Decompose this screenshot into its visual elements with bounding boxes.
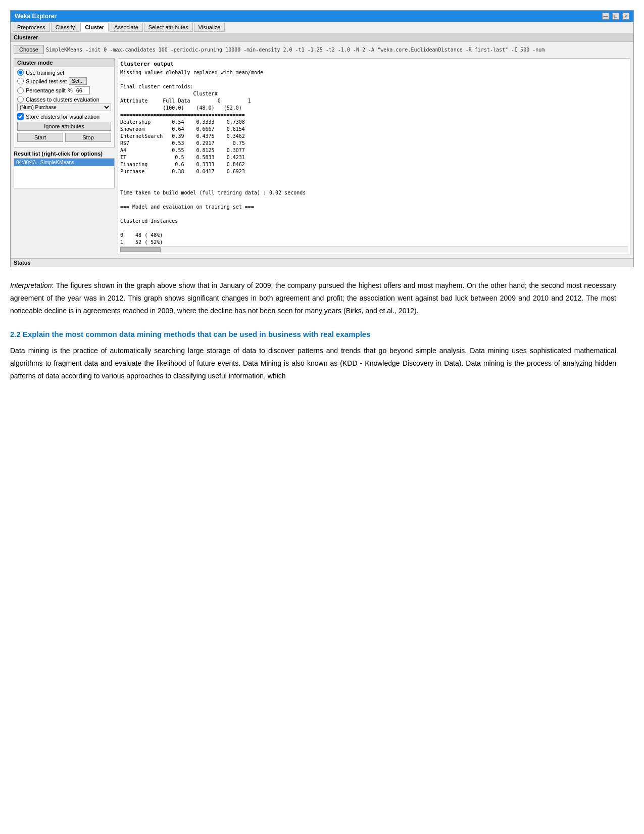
store-clusters-label: Store clusters for visualization [26,114,100,120]
result-list-section: Result list (right-click for options) 04… [14,151,115,188]
supplied-test-row: Supplied test set Set... [17,77,111,85]
interpretation-label: Interpretation [10,281,52,289]
weka-title: Weka Explorer [15,13,57,20]
document-content: Interpretation: The figures shown in the… [10,279,616,383]
section-clusterer: Clusterer [11,33,633,42]
percentage-split-label: Percentage split [26,87,66,93]
weka-body: Choose SimpleKMeans -init 0 -max-candida… [11,42,633,258]
clusterer-output-content: Missing values globally replaced with me… [120,69,628,246]
result-list: 04:30:43 - SimpleKMeans [14,158,115,188]
store-clusters-checkbox[interactable] [17,113,24,120]
percentage-split-row: Percentage split % [17,86,111,94]
section-heading: 2.2 Explain the most common data mining … [10,328,616,341]
main-panels: Cluster mode Use training set Supplied t… [14,58,630,255]
classes-to-clusters-radio[interactable] [17,96,24,103]
interpretation-paragraph: Interpretation: The figures shown in the… [10,279,616,318]
start-button[interactable]: Start [17,133,63,142]
classes-to-clusters-row: Classes to clusters evaluation [17,96,111,103]
use-training-row: Use training set [17,69,111,76]
window-controls: — □ × [602,13,629,20]
weka-explorer-window: Weka Explorer — □ × Preprocess Classify … [10,10,634,267]
maximize-button[interactable]: □ [612,13,619,20]
cluster-mode-content: Use training set Supplied test set Set..… [14,67,114,147]
tab-cluster[interactable]: Cluster [80,23,109,32]
clusterer-output-title: Clusterer output [120,61,628,67]
choose-command: SimpleKMeans -init 0 -max-candidates 100… [46,47,544,53]
status-bar: Status [11,258,633,267]
supplied-test-label: Supplied test set [26,78,67,84]
interpretation-text: : The figures shown in the graph above s… [10,281,616,315]
data-mining-paragraph: Data mining is the practice of automatic… [10,345,616,383]
supplied-test-radio[interactable] [17,78,24,84]
result-list-label: Result list (right-click for options) [14,151,115,157]
percentage-input[interactable] [75,86,90,94]
tab-associate[interactable]: Associate [110,23,143,32]
result-list-item[interactable]: 04:30:43 - SimpleKMeans [14,159,114,166]
percentage-split-radio[interactable] [17,87,24,94]
close-button[interactable]: × [622,13,629,20]
tab-visualize[interactable]: Visualize [194,23,225,32]
stop-button[interactable]: Stop [65,133,111,142]
use-training-label: Use training set [26,70,64,76]
pct-symbol: % [68,87,73,93]
choose-row: Choose SimpleKMeans -init 0 -max-candida… [14,45,630,54]
tab-preprocess[interactable]: Preprocess [13,23,50,32]
choose-button[interactable]: Choose [14,45,44,54]
supplied-test-set-button[interactable]: Set... [69,77,86,85]
left-panel: Cluster mode Use training set Supplied t… [14,58,115,255]
start-stop-row: Start Stop [17,133,111,142]
right-panel: Clusterer output Missing values globally… [118,58,630,255]
ignore-attributes-button[interactable]: Ignore attributes [17,122,111,131]
weka-titlebar: Weka Explorer — □ × [11,11,633,22]
cluster-mode-title: Cluster mode [14,59,114,67]
store-clusters-row: Store clusters for visualization [17,113,111,120]
minimize-button[interactable]: — [602,13,609,20]
num-purchase-select[interactable]: (Num) Purchase [17,104,111,111]
tab-classify[interactable]: Classify [51,23,80,32]
output-scrollbar[interactable] [120,246,628,253]
classes-to-clusters-label: Classes to clusters evaluation [26,96,100,103]
cluster-mode-panel: Cluster mode Use training set Supplied t… [14,58,115,148]
use-training-radio[interactable] [17,69,24,76]
tab-select-attributes[interactable]: Select attributes [144,23,193,32]
weka-menu-bar: Preprocess Classify Cluster Associate Se… [11,22,633,33]
